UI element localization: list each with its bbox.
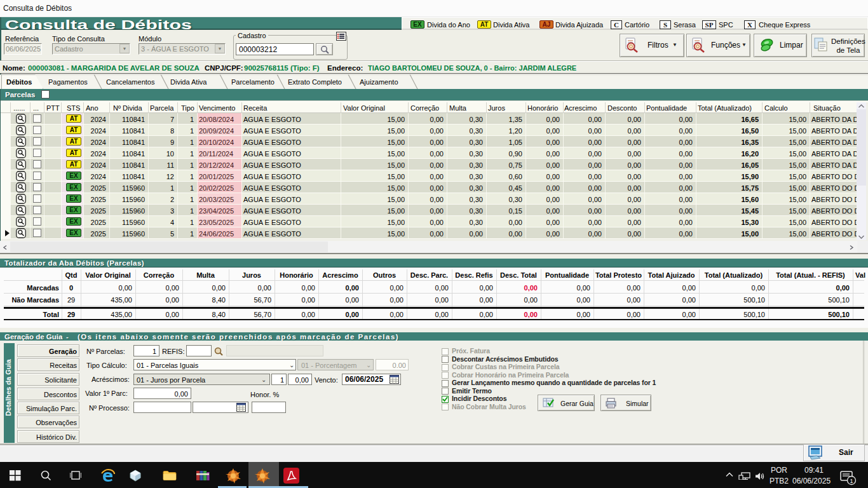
svg-text:1: 1 (850, 478, 853, 484)
